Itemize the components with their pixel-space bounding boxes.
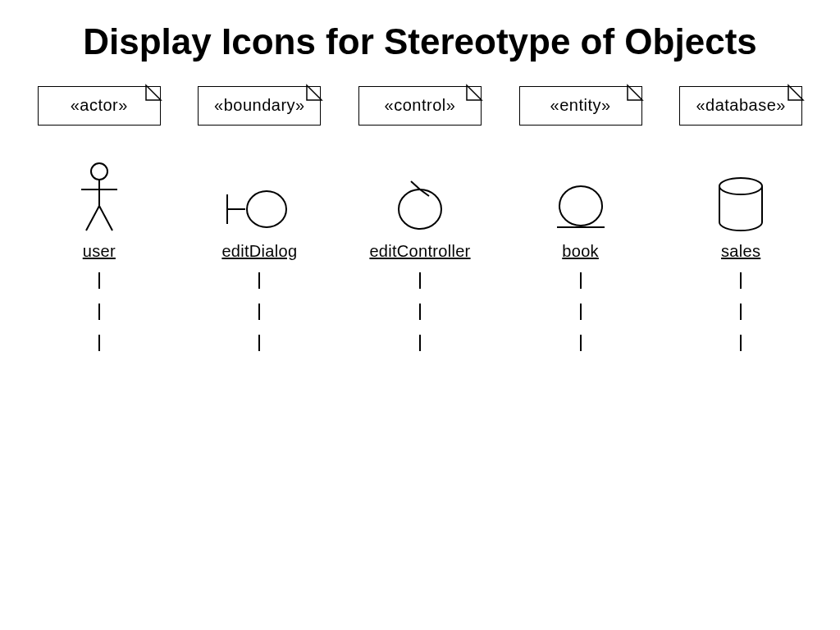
stereotype-label: «entity» (550, 96, 611, 115)
lifeline-icon (98, 272, 100, 351)
stereotype-note: «boundary» (198, 86, 321, 126)
stereotype-col: «entity» book (504, 86, 657, 351)
object-name: editController (369, 242, 470, 261)
dogear-icon (628, 85, 642, 100)
slide: Display Icons for Stereotype of Objects … (0, 0, 840, 630)
lifeline-icon (740, 272, 742, 351)
stereotype-label: «boundary» (214, 96, 305, 115)
dogear-icon (788, 85, 803, 100)
object-name: editDialog (221, 242, 297, 261)
object-name: user (83, 242, 116, 261)
stereotype-col: «actor» user (23, 86, 176, 351)
svg-line-9 (411, 181, 420, 189)
control-icon (391, 160, 449, 234)
stereotype-label: «database» (696, 96, 786, 115)
svg-point-13 (719, 178, 762, 194)
svg-line-3 (86, 206, 99, 231)
stereotype-note: «actor» (38, 86, 161, 126)
svg-point-7 (247, 191, 286, 227)
lifeline-icon (580, 272, 582, 351)
database-icon (714, 160, 767, 234)
lifeline-icon (258, 272, 260, 351)
stereotype-label: «actor» (71, 96, 128, 115)
stereotype-label: «control» (385, 96, 456, 115)
stereotype-note: «control» (358, 86, 482, 126)
actor-icon (75, 160, 124, 234)
stereotype-note: «entity» (519, 86, 642, 126)
stereotype-row: «actor» user «boundary» (0, 86, 840, 351)
boundary-icon (222, 160, 296, 234)
dogear-icon (467, 85, 482, 100)
stereotype-col: «control» editController (344, 86, 496, 351)
svg-point-0 (91, 163, 107, 180)
stereotype-note: «database» (679, 86, 802, 126)
dogear-icon (307, 85, 322, 100)
svg-point-11 (559, 186, 602, 226)
dogear-icon (146, 85, 161, 100)
lifeline-icon (419, 272, 421, 351)
object-name: book (562, 242, 599, 261)
object-name: sales (721, 242, 760, 261)
svg-point-8 (399, 189, 441, 229)
svg-line-4 (99, 206, 112, 231)
entity-icon (552, 160, 609, 234)
stereotype-col: «boundary» editDialog (184, 86, 336, 351)
stereotype-col: «database» sales (664, 86, 817, 351)
slide-title: Display Icons for Stereotype of Objects (66, 21, 774, 63)
